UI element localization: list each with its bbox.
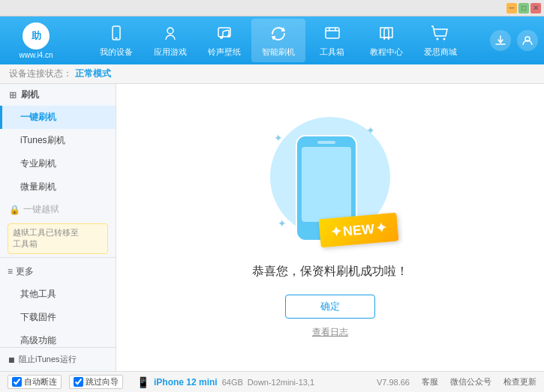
confirm-button-label: 确定 — [320, 300, 340, 313]
phone-icon — [106, 23, 127, 44]
sidebar-note-jailbreak: 越狱工具已转移至工具箱 — [8, 223, 108, 254]
sidebar: ⊞ 刷机 一键刷机 iTunes刷机 专业刷机 微量刷机 🔒 一键越狱 越狱工具… — [0, 84, 116, 371]
success-text: 恭喜您，保资料刷机成功啦！ — [252, 264, 408, 280]
maximize-button[interactable]: □ — [518, 3, 529, 13]
statusbar-label: 设备连接状态： — [9, 67, 72, 80]
auto-disconnect-input[interactable] — [12, 377, 22, 387]
nav-label-ringtone: 铃声壁纸 — [208, 46, 241, 58]
statusbar: 设备连接状态： 正常模式 — [0, 64, 544, 84]
svg-rect-19 — [317, 141, 335, 144]
auto-disconnect-checkbox[interactable]: 自动断连 — [8, 375, 62, 389]
sidebar-item-jailbreak-label: 一键越狱 — [23, 203, 59, 216]
sidebar-more-label: 更多 — [16, 265, 34, 278]
nav-item-my-device[interactable]: 我的设备 — [89, 19, 143, 62]
nav-label-apps: 应用游戏 — [154, 46, 187, 58]
sidebar-divider-1 — [0, 257, 116, 258]
nav-label-store: 爱思商城 — [424, 46, 457, 58]
sidebar-item-other-tools[interactable]: 其他工具 — [0, 283, 116, 306]
nav-label-tutorial: 教程中心 — [370, 46, 403, 58]
apps-icon — [160, 23, 181, 44]
skip-wizard-checkbox[interactable]: 跳过向导 — [69, 375, 123, 389]
more-section-icon: ≡ — [8, 266, 13, 277]
bottombar: 自动断连 跳过向导 📱 iPhone 12 mini 64GB Down-12m… — [0, 371, 544, 392]
sparkle-2: ✦ — [366, 124, 375, 136]
itunes-bar: ⏹ 阻止iTunes运行 — [0, 347, 116, 371]
lock-icon: 🔒 — [9, 205, 20, 215]
version-text: V7.98.66 — [377, 378, 410, 387]
itunes-stop-label: 阻止iTunes运行 — [19, 354, 77, 365]
daily-link[interactable]: 查看日志 — [312, 326, 348, 339]
minimize-button[interactable]: ─ — [506, 3, 517, 13]
refresh-icon — [268, 23, 289, 44]
nav-item-tutorial[interactable]: 教程中心 — [359, 19, 413, 62]
flash-section-icon: ⊞ — [9, 90, 17, 100]
book-icon — [376, 23, 397, 44]
sidebar-item-pro-flash[interactable]: 专业刷机 — [0, 152, 116, 175]
svg-line-6 — [223, 30, 229, 31]
sidebar-item-one-click-flash[interactable]: 一键刷机 — [0, 106, 116, 129]
skip-wizard-input[interactable] — [74, 377, 83, 387]
customer-service-link[interactable]: 客服 — [422, 376, 438, 388]
user-button[interactable] — [517, 30, 538, 51]
svg-point-13 — [436, 38, 438, 40]
logo-url: www.i4.cn — [19, 51, 53, 59]
sidebar-item-download-fw[interactable]: 下载固件 — [0, 306, 116, 329]
svg-rect-17 — [302, 147, 351, 222]
main-content: ✦ ✦ ✦ ✦ NEW ✦ — [116, 84, 544, 371]
check-update-link[interactable]: 检查更新 — [503, 376, 536, 388]
confirm-button[interactable]: 确定 — [285, 295, 375, 319]
bottombar-left: 自动断连 跳过向导 📱 iPhone 12 mini 64GB Down-12m… — [8, 375, 314, 389]
nav-item-apps[interactable]: 应用游戏 — [143, 19, 197, 62]
nav-label-smart-flash: 智能刷机 — [262, 46, 295, 58]
nav-items: 我的设备 应用游戏 — [74, 19, 482, 62]
nav-item-smart-flash[interactable]: 智能刷机 — [251, 19, 305, 62]
svg-point-8 — [227, 34, 230, 37]
main-layout: ⊞ 刷机 一键刷机 iTunes刷机 专业刷机 微量刷机 🔒 一键越狱 越狱工具… — [0, 84, 544, 371]
new-badge-text: NEW — [342, 220, 375, 239]
svg-point-2 — [167, 28, 173, 34]
nav-label-tools: 工具箱 — [320, 46, 344, 58]
bottombar-right: V7.98.66 客服 微信公众号 检查更新 — [377, 376, 536, 388]
itunes-stop-button[interactable]: ⏹ 阻止iTunes运行 — [0, 351, 116, 368]
skip-wizard-label: 跳过向导 — [86, 376, 119, 388]
close-button[interactable]: ✕ — [530, 3, 541, 13]
itunes-stop-icon: ⏹ — [8, 355, 16, 364]
sparkle-1: ✦ — [274, 132, 283, 144]
device-phone-icon: 📱 — [137, 376, 149, 388]
svg-point-14 — [443, 38, 445, 40]
topbar: 助 www.i4.cn 我的设备 应用游戏 — [0, 16, 544, 64]
download-button[interactable] — [490, 30, 511, 51]
device-system: Down-12mini-13,1 — [248, 378, 314, 387]
svg-rect-9 — [326, 28, 339, 38]
sidebar-item-jailbreak-disabled: 🔒 一键越狱 — [0, 199, 116, 220]
phone-illustration: ✦ ✦ ✦ ✦ NEW ✦ — [263, 117, 398, 252]
sidebar-section-flash-label: 刷机 — [21, 88, 39, 101]
sidebar-item-itunes-flash[interactable]: iTunes刷机 — [0, 129, 116, 152]
nav-right-buttons — [490, 30, 538, 51]
logo-icon: 助 — [23, 22, 50, 49]
nav-item-ringtone[interactable]: 铃声壁纸 — [197, 19, 251, 62]
auto-disconnect-label: 自动断连 — [24, 376, 57, 388]
nav-item-store[interactable]: 爱思商城 — [413, 19, 467, 62]
title-bar: ─ □ ✕ — [0, 0, 544, 16]
nav-item-tools[interactable]: 工具箱 — [305, 19, 359, 62]
sidebar-more-title: ≡ 更多 — [0, 261, 116, 283]
device-storage: 64GB — [222, 378, 243, 387]
music-icon — [214, 23, 235, 44]
svg-rect-1 — [115, 37, 118, 39]
success-area: ✦ ✦ ✦ ✦ NEW ✦ — [252, 117, 408, 339]
tools-icon — [322, 23, 343, 44]
sparkle-3: ✦ — [278, 217, 287, 229]
statusbar-value: 正常模式 — [75, 67, 111, 80]
logo[interactable]: 助 www.i4.cn — [6, 22, 66, 59]
sidebar-item-micro-flash[interactable]: 微量刷机 — [0, 175, 116, 199]
device-name: iPhone 12 mini — [154, 377, 218, 388]
wechat-link[interactable]: 微信公众号 — [450, 376, 491, 388]
shop-icon — [430, 23, 451, 44]
sidebar-section-flash: ⊞ 刷机 — [0, 84, 116, 106]
nav-label-my-device: 我的设备 — [100, 46, 133, 58]
device-info: 📱 iPhone 12 mini 64GB Down-12mini-13,1 — [137, 376, 314, 388]
